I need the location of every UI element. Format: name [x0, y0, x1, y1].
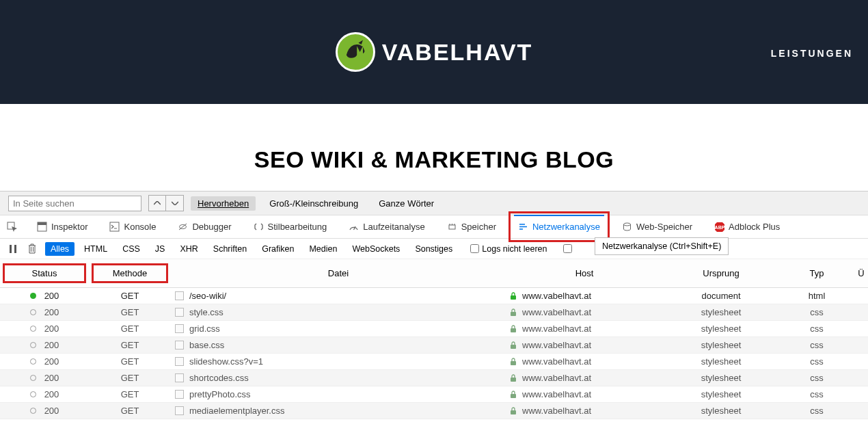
method-cell: GET — [89, 354, 171, 370]
origin-cell: stylesheet — [663, 337, 779, 354]
logo[interactable]: VABELHAVT — [336, 32, 533, 72]
svg-rect-24 — [511, 378, 516, 382]
svg-rect-3 — [110, 222, 119, 231]
file-name: mediaelementplayer.css — [189, 406, 284, 416]
tab-debugger[interactable]: Debugger — [175, 215, 234, 238]
inspector-icon — [37, 222, 47, 232]
tab-network[interactable]: Netzwerkanalyse — [515, 215, 603, 238]
col-last-header[interactable]: Ü — [854, 259, 868, 288]
styleeditor-icon — [254, 222, 264, 232]
filter-css[interactable]: CSS — [117, 242, 146, 256]
svg-rect-23 — [511, 361, 516, 365]
type-cell: css — [779, 321, 854, 337]
col-method-header[interactable]: Methode — [92, 263, 168, 283]
table-row[interactable]: 200GETmediaelementplayer.csswww.vabelhav… — [0, 403, 868, 419]
type-cell: css — [779, 386, 854, 403]
persist-logs-label: Logs nicht leeren — [482, 244, 547, 254]
svg-rect-22 — [511, 345, 516, 349]
tab-styleeditor[interactable]: Stilbearbeitung — [251, 215, 330, 238]
method-cell: GET — [89, 370, 171, 386]
status-dot-icon — [30, 326, 36, 332]
filter-grafiken[interactable]: Grafiken — [256, 242, 299, 256]
file-name: style.css — [189, 307, 223, 317]
filter-schriften[interactable]: Schriften — [208, 242, 252, 256]
table-row[interactable]: 200GETstyle.csswww.vabelhavt.atstyleshee… — [0, 304, 868, 321]
persist-logs-check[interactable]: Logs nicht leeren — [470, 244, 547, 254]
origin-cell: stylesheet — [663, 386, 779, 403]
filter-js[interactable]: JS — [150, 242, 171, 256]
find-wholewords-toggle[interactable]: Ganze Wörter — [372, 196, 441, 211]
status-dot-icon — [30, 293, 36, 299]
adblock-icon: ABP — [714, 222, 724, 232]
pause-icon[interactable] — [7, 243, 19, 255]
lock-icon — [510, 391, 517, 399]
console-icon — [109, 222, 120, 232]
find-prev-button[interactable] — [148, 195, 166, 211]
file-type-icon — [175, 373, 184, 382]
host-name: www.vabelhavt.at — [522, 307, 591, 317]
find-highlight-toggle[interactable]: Hervorheben — [191, 196, 256, 211]
debugger-icon — [178, 222, 188, 232]
col-file-header[interactable]: Datei — [171, 259, 506, 288]
tab-adblock[interactable]: ABP Adblock Plus — [711, 215, 783, 238]
method-cell: GET — [89, 288, 171, 304]
col-host-header[interactable]: Host — [506, 259, 663, 288]
table-row[interactable]: 200GETshortcodes.csswww.vabelhavt.atstyl… — [0, 370, 868, 386]
host-name: www.vabelhavt.at — [522, 291, 591, 301]
extra-checkbox[interactable] — [563, 244, 572, 253]
host-name: www.vabelhavt.at — [522, 406, 591, 416]
trash-icon[interactable] — [26, 243, 38, 255]
filter-websockets[interactable]: WebSockets — [347, 242, 405, 256]
status-code: 200 — [44, 406, 59, 416]
tab-label: Laufzeitanalyse — [363, 222, 424, 232]
table-row[interactable]: 200GET/seo-wiki/www.vabelhavt.atdocument… — [0, 288, 868, 304]
find-matchcase-toggle[interactable]: Groß-/Kleinschreibung — [262, 196, 365, 211]
table-row[interactable]: 200GETprettyPhoto.csswww.vabelhavt.atsty… — [0, 386, 868, 403]
find-next-button[interactable] — [166, 195, 184, 211]
type-cell: css — [779, 403, 854, 419]
extra-check[interactable] — [563, 244, 572, 253]
col-origin-header[interactable]: Ursprung — [663, 259, 779, 288]
tab-label: Debugger — [192, 222, 231, 232]
nav-leistungen[interactable]: LEISTUNGEN — [771, 48, 853, 59]
filter-html[interactable]: HTML — [79, 242, 113, 256]
table-row[interactable]: 200GETgrid.csswww.vabelhavt.atstylesheet… — [0, 321, 868, 337]
origin-cell: stylesheet — [663, 304, 779, 321]
file-type-icon — [175, 291, 184, 300]
filter-xhr[interactable]: XHR — [174, 242, 203, 256]
tab-memory[interactable]: Speicher — [444, 215, 499, 238]
svg-rect-26 — [511, 410, 516, 414]
status-code: 200 — [44, 389, 59, 399]
file-name: base.css — [189, 340, 224, 350]
tab-label: Inspektor — [51, 222, 87, 232]
table-row[interactable]: 200GETslideshow.css?v=1www.vabelhavt.ats… — [0, 354, 868, 370]
type-cell: css — [779, 337, 854, 354]
network-tooltip: Netzwerkanalyse (Ctrl+Shift+E) — [595, 237, 729, 255]
filter-all[interactable]: Alles — [45, 242, 74, 256]
lock-icon — [510, 407, 517, 415]
svg-rect-20 — [511, 312, 516, 316]
tab-console[interactable]: Konsole — [107, 215, 159, 238]
find-input[interactable] — [8, 196, 141, 211]
col-type-header[interactable]: Typ — [779, 259, 854, 288]
tab-storage[interactable]: Web-Speicher — [619, 215, 695, 238]
method-cell: GET — [89, 403, 171, 419]
filter-medien[interactable]: Medien — [303, 242, 342, 256]
file-type-icon — [175, 341, 184, 350]
status-code: 200 — [44, 340, 59, 350]
filter-sonstiges[interactable]: Sonstiges — [409, 242, 458, 256]
file-type-icon — [175, 390, 184, 399]
file-name: prettyPhoto.css — [189, 389, 251, 399]
inspect-element-icon[interactable] — [7, 222, 18, 233]
tab-label: Speicher — [461, 222, 496, 232]
col-status-header[interactable]: Status — [3, 263, 86, 283]
tab-performance[interactable]: Laufzeitanalyse — [346, 215, 427, 238]
filterbar: Alles HTMLCSSJSXHRSchriftenGrafikenMedie… — [0, 239, 868, 259]
table-row[interactable]: 200GETbase.csswww.vabelhavt.atstylesheet… — [0, 337, 868, 354]
persist-logs-checkbox[interactable] — [470, 244, 479, 253]
tab-inspector[interactable]: Inspektor — [34, 215, 90, 238]
performance-icon — [349, 222, 359, 232]
lock-icon — [510, 325, 517, 333]
findbar: Hervorheben Groß-/Kleinschreibung Ganze … — [0, 191, 868, 215]
svg-rect-25 — [511, 394, 516, 398]
